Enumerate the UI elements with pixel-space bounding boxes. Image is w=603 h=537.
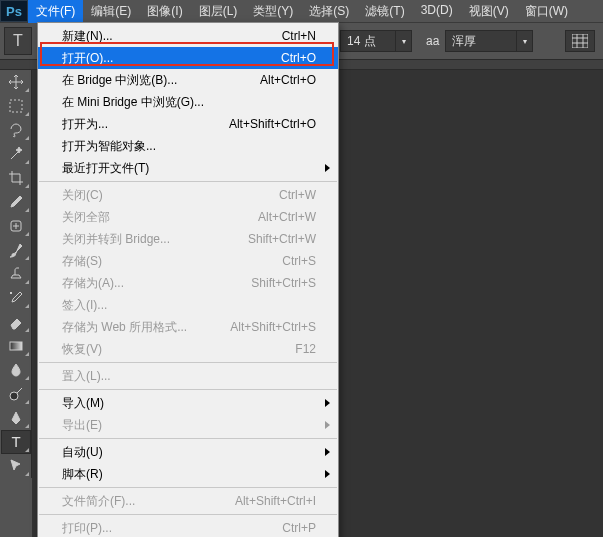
flyout-indicator-icon xyxy=(25,472,29,476)
tool-preset-picker[interactable]: T xyxy=(4,27,32,55)
menubar-item-0[interactable]: 文件(F) xyxy=(28,0,83,23)
menu-item-label: 打印(P)... xyxy=(62,520,282,537)
menu-item-label: 文件简介(F)... xyxy=(62,493,235,510)
antialias-field[interactable]: 浑厚 xyxy=(445,30,517,52)
menu-separator xyxy=(39,389,337,390)
font-size-field[interactable]: 14 点 xyxy=(340,30,396,52)
flyout-indicator-icon xyxy=(25,376,29,380)
menu-item[interactable]: 最近打开文件(T) xyxy=(38,157,338,179)
menu-item: 存储为(A)...Shift+Ctrl+S xyxy=(38,272,338,294)
menu-item-label: 关闭并转到 Bridge... xyxy=(62,231,248,248)
menu-item-shortcut: Ctrl+O xyxy=(281,51,316,65)
history-brush-tool[interactable] xyxy=(1,286,31,310)
dodge-tool[interactable] xyxy=(1,382,31,406)
menubar-item-9[interactable]: 窗口(W) xyxy=(517,0,576,23)
flyout-indicator-icon xyxy=(25,160,29,164)
menu-item-shortcut: Alt+Ctrl+W xyxy=(258,210,316,224)
submenu-arrow-icon xyxy=(325,470,330,478)
toolbox: T xyxy=(0,70,32,478)
menu-item[interactable]: 在 Mini Bridge 中浏览(G)... xyxy=(38,91,338,113)
flyout-indicator-icon xyxy=(25,256,29,260)
menu-item-label: 关闭全部 xyxy=(62,209,258,226)
lasso-tool[interactable] xyxy=(1,118,31,142)
menu-item-label: 恢复(V) xyxy=(62,341,295,358)
menu-item-label: 存储为(A)... xyxy=(62,275,251,292)
magic-wand-tool[interactable] xyxy=(1,142,31,166)
flyout-indicator-icon xyxy=(25,448,29,452)
menu-item-shortcut: Alt+Shift+Ctrl+S xyxy=(230,320,316,334)
svg-text:T: T xyxy=(11,433,20,450)
menubar-item-2[interactable]: 图像(I) xyxy=(139,0,190,23)
menu-item[interactable]: 打开为...Alt+Shift+Ctrl+O xyxy=(38,113,338,135)
menu-item: 置入(L)... xyxy=(38,365,338,387)
move-tool[interactable] xyxy=(1,70,31,94)
submenu-arrow-icon xyxy=(325,421,330,429)
menu-item: 关闭全部Alt+Ctrl+W xyxy=(38,206,338,228)
menubar-item-4[interactable]: 类型(Y) xyxy=(245,0,301,23)
flyout-indicator-icon xyxy=(25,232,29,236)
menu-item-label: 存储为 Web 所用格式... xyxy=(62,319,230,336)
submenu-arrow-icon xyxy=(325,399,330,407)
menubar: Ps 文件(F)编辑(E)图像(I)图层(L)类型(Y)选择(S)滤镜(T)3D… xyxy=(0,0,603,22)
svg-rect-5 xyxy=(10,100,22,112)
menu-item[interactable]: 自动(U) xyxy=(38,441,338,463)
menu-item: 恢复(V)F12 xyxy=(38,338,338,360)
menu-item[interactable]: 在 Bridge 中浏览(B)...Alt+Ctrl+O xyxy=(38,69,338,91)
menubar-item-8[interactable]: 视图(V) xyxy=(461,0,517,23)
path-selection-tool[interactable] xyxy=(1,454,31,478)
menubar-item-6[interactable]: 滤镜(T) xyxy=(357,0,412,23)
menubar-item-7[interactable]: 3D(D) xyxy=(413,0,461,23)
type-tool[interactable]: T xyxy=(1,430,31,454)
flyout-indicator-icon xyxy=(25,280,29,284)
menu-item[interactable]: 打开(O)...Ctrl+O xyxy=(38,47,338,69)
menu-item-shortcut: Ctrl+P xyxy=(282,521,316,535)
menu-item-shortcut: Ctrl+W xyxy=(279,188,316,202)
clone-stamp-tool[interactable] xyxy=(1,262,31,286)
menu-item-shortcut: F12 xyxy=(295,342,316,356)
antialias-dropdown[interactable]: ▾ xyxy=(517,30,533,52)
menubar-item-5[interactable]: 选择(S) xyxy=(301,0,357,23)
menu-item-label: 最近打开文件(T) xyxy=(62,160,316,177)
crop-tool[interactable] xyxy=(1,166,31,190)
flyout-indicator-icon xyxy=(25,304,29,308)
healing-brush-tool[interactable] xyxy=(1,214,31,238)
svg-rect-0 xyxy=(572,34,588,48)
svg-rect-7 xyxy=(10,342,22,350)
menu-item-label: 自动(U) xyxy=(62,444,316,461)
menubar-item-1[interactable]: 编辑(E) xyxy=(83,0,139,23)
flyout-indicator-icon xyxy=(25,328,29,332)
menu-item[interactable]: 脚本(R) xyxy=(38,463,338,485)
menu-item-shortcut: Shift+Ctrl+S xyxy=(251,276,316,290)
menu-item[interactable]: 打开为智能对象... xyxy=(38,135,338,157)
pen-tool[interactable] xyxy=(1,406,31,430)
menu-item-label: 打开为智能对象... xyxy=(62,138,316,155)
panel-icon[interactable] xyxy=(565,30,595,52)
flyout-indicator-icon xyxy=(25,424,29,428)
rect-marquee-tool[interactable] xyxy=(1,94,31,118)
blur-tool[interactable] xyxy=(1,358,31,382)
gradient-tool[interactable] xyxy=(1,334,31,358)
submenu-arrow-icon xyxy=(325,448,330,456)
menu-item: 存储为 Web 所用格式...Alt+Shift+Ctrl+S xyxy=(38,316,338,338)
menu-item-label: 关闭(C) xyxy=(62,187,279,204)
menu-item-label: 导出(E) xyxy=(62,417,316,434)
flyout-indicator-icon xyxy=(25,208,29,212)
menu-item-shortcut: Ctrl+S xyxy=(282,254,316,268)
menu-item: 签入(I)... xyxy=(38,294,338,316)
menu-item-label: 新建(N)... xyxy=(62,28,282,45)
file-menu-dropdown: 新建(N)...Ctrl+N打开(O)...Ctrl+O在 Bridge 中浏览… xyxy=(37,22,339,537)
font-size-dropdown[interactable]: ▾ xyxy=(396,30,412,52)
menu-item: 导出(E) xyxy=(38,414,338,436)
menu-item[interactable]: 新建(N)...Ctrl+N xyxy=(38,25,338,47)
app-logo: Ps xyxy=(0,0,28,22)
menu-item-label: 置入(L)... xyxy=(62,368,316,385)
svg-point-8 xyxy=(10,392,18,400)
flyout-indicator-icon xyxy=(25,136,29,140)
menu-item-label: 存储(S) xyxy=(62,253,282,270)
eyedropper-tool[interactable] xyxy=(1,190,31,214)
brush-tool[interactable] xyxy=(1,238,31,262)
menu-item[interactable]: 导入(M) xyxy=(38,392,338,414)
menubar-item-3[interactable]: 图层(L) xyxy=(191,0,246,23)
eraser-tool[interactable] xyxy=(1,310,31,334)
menu-item: 文件简介(F)...Alt+Shift+Ctrl+I xyxy=(38,490,338,512)
